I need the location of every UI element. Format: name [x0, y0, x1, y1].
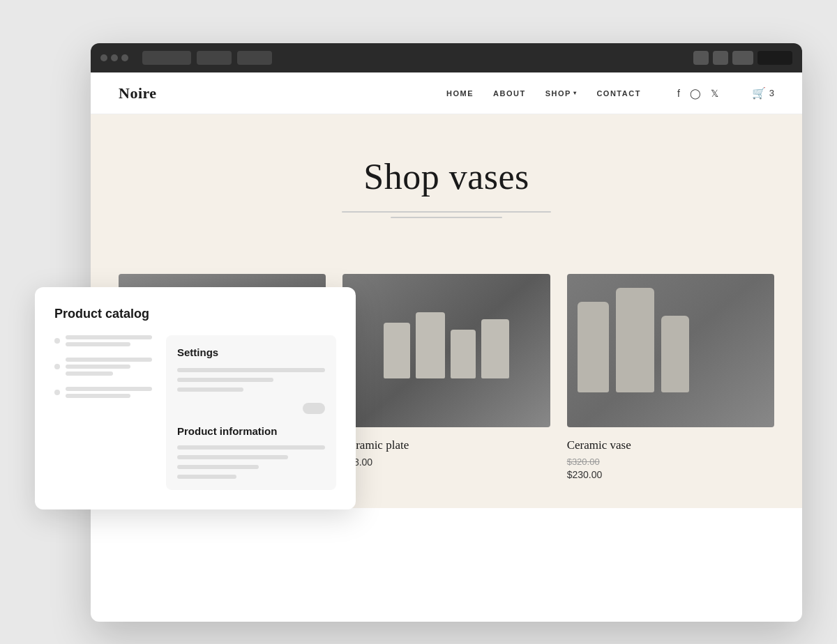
list-item-lines-3 [66, 387, 152, 398]
vase-1 [578, 302, 609, 392]
hero-divider-short [391, 217, 502, 218]
list-item-1[interactable] [54, 335, 152, 346]
line-bar [66, 365, 130, 369]
chrome-btn-1[interactable] [732, 51, 753, 65]
nav-about[interactable]: ABOUT [493, 89, 526, 98]
product-info-title: Product information [177, 425, 325, 437]
vase-3 [661, 316, 689, 392]
hero-title: Shop vases [119, 156, 774, 197]
product-price-sale-plate: $68.00 [342, 457, 550, 468]
site-nav: Noire HOME ABOUT SHOP ▾ CONTACT f ◯ 𝕏 🛒 … [91, 72, 802, 114]
facebook-icon[interactable]: f [677, 88, 680, 99]
cart-count: 3 [769, 88, 774, 98]
site-logo[interactable]: Noire [119, 84, 157, 102]
product-card-vase[interactable]: Ceramic vase $320.00 $230.00 [567, 274, 774, 480]
settings-toggle[interactable] [303, 403, 325, 414]
catalog-panel: Product catalog [35, 287, 356, 509]
product-info-line [177, 445, 325, 450]
browser-dot-yellow[interactable] [111, 54, 118, 61]
pitcher-3 [451, 330, 476, 378]
browser-dot-green[interactable] [121, 54, 128, 61]
settings-lines [177, 368, 325, 392]
product-info-lines [177, 445, 325, 479]
line-bar [66, 358, 152, 362]
product-image-vase [567, 274, 774, 427]
nav-contact[interactable]: CONTACT [596, 89, 640, 98]
hero-divider-long [342, 211, 551, 213]
settings-title: Settings [177, 346, 325, 358]
twitter-icon[interactable]: 𝕏 [711, 88, 718, 99]
product-info-line [177, 465, 259, 469]
vase-2 [616, 288, 654, 392]
product-name-vase: Ceramic vase [567, 438, 774, 452]
social-icons: f ◯ 𝕏 [677, 88, 718, 99]
list-dot-1 [54, 338, 60, 344]
url-pill-1 [142, 51, 191, 65]
line-bar [66, 342, 130, 346]
pitcher-1 [384, 323, 410, 378]
browser-dots [100, 54, 128, 61]
settings-line [177, 388, 243, 392]
url-pill-3 [237, 51, 272, 65]
chrome-upgrade-btn[interactable] [757, 51, 792, 65]
list-item-lines-2 [66, 358, 152, 376]
cart-icon: 🛒 [752, 86, 766, 100]
catalog-body: Settings Product information [54, 335, 336, 490]
catalog-list [54, 335, 152, 490]
cart-area[interactable]: 🛒 3 [752, 86, 774, 100]
nav-home[interactable]: HOME [446, 89, 474, 98]
list-item-3[interactable] [54, 387, 152, 398]
pitcher-2 [416, 312, 445, 378]
browser-chrome [91, 43, 802, 72]
list-item-lines-1 [66, 335, 152, 346]
product-info-line [177, 475, 236, 479]
chrome-icon-1[interactable] [693, 51, 709, 65]
list-item-2[interactable] [54, 358, 152, 376]
list-dot-3 [54, 390, 60, 395]
scene: Noire HOME ABOUT SHOP ▾ CONTACT f ◯ 𝕏 🛒 … [35, 22, 802, 622]
settings-toggle-row [177, 403, 325, 414]
product-name-plate: Ceramic plate [342, 438, 550, 452]
chevron-down-icon: ▾ [573, 90, 578, 96]
line-bar [66, 394, 130, 398]
plate-shapes [384, 312, 509, 389]
line-bar [66, 387, 152, 391]
product-info-line [177, 455, 288, 459]
catalog-title: Product catalog [54, 307, 336, 321]
url-pill-2 [197, 51, 232, 65]
nav-shop[interactable]: SHOP ▾ [545, 89, 578, 98]
product-price-sale-vase: $230.00 [567, 469, 774, 480]
product-card-plate[interactable]: Ceramic plate $68.00 [342, 274, 550, 480]
browser-actions [693, 51, 792, 65]
pitcher-4 [481, 319, 509, 378]
list-dot-2 [54, 364, 60, 369]
site-nav-links: HOME ABOUT SHOP ▾ CONTACT f ◯ 𝕏 🛒 3 [446, 86, 774, 100]
chrome-icon-2[interactable] [713, 51, 728, 65]
browser-url-bar [142, 51, 686, 65]
browser-dot-red[interactable] [100, 54, 107, 61]
line-bar [66, 335, 152, 339]
site-hero: Shop vases [91, 114, 802, 246]
hero-divider-container [119, 211, 774, 218]
vase-shapes [567, 274, 774, 403]
product-image-plate [342, 274, 550, 427]
instagram-icon[interactable]: ◯ [690, 88, 701, 99]
catalog-settings: Settings Product information [166, 335, 336, 490]
product-price-original-vase: $320.00 [567, 457, 774, 467]
line-bar [66, 371, 113, 376]
settings-line [177, 368, 325, 372]
settings-line [177, 378, 273, 382]
